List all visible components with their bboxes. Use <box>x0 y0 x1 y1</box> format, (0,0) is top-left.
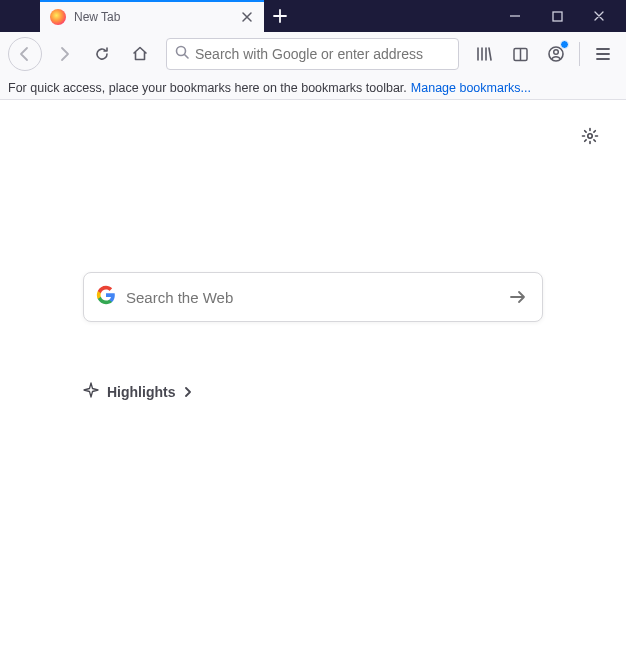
firefox-icon <box>50 9 66 25</box>
highlights-section-toggle[interactable]: Highlights <box>83 382 543 401</box>
customize-gear-button[interactable] <box>578 124 602 148</box>
nav-toolbar <box>0 32 626 76</box>
svg-rect-0 <box>553 12 562 21</box>
bookmarks-toolbar: For quick access, place your bookmarks h… <box>0 76 626 100</box>
forward-button[interactable] <box>48 38 80 70</box>
search-submit-icon[interactable] <box>506 285 530 309</box>
back-button[interactable] <box>8 37 42 71</box>
svg-point-6 <box>588 134 592 138</box>
address-input[interactable] <box>195 46 450 62</box>
google-icon <box>96 285 116 309</box>
titlebar: New Tab <box>0 0 626 32</box>
tab-title: New Tab <box>74 10 230 24</box>
maximize-button[interactable] <box>542 0 572 32</box>
window-controls <box>500 0 626 32</box>
close-window-button[interactable] <box>584 0 614 32</box>
search-icon <box>175 45 189 63</box>
sparkle-icon <box>83 382 99 401</box>
chevron-right-icon <box>183 384 193 400</box>
minimize-button[interactable] <box>500 0 530 32</box>
home-button[interactable] <box>124 38 156 70</box>
highlights-label: Highlights <box>107 384 175 400</box>
account-button[interactable] <box>541 38 571 70</box>
manage-bookmarks-link[interactable]: Manage bookmarks... <box>411 81 531 95</box>
newtab-search-box[interactable] <box>83 272 543 322</box>
app-menu-button[interactable] <box>588 38 618 70</box>
toolbar-separator <box>579 42 580 66</box>
library-button[interactable] <box>469 38 499 70</box>
url-bar[interactable] <box>166 38 459 70</box>
newtab-search-input[interactable] <box>126 289 496 306</box>
svg-point-5 <box>554 50 559 55</box>
reload-button[interactable] <box>86 38 118 70</box>
close-tab-icon[interactable] <box>238 8 256 26</box>
sidebar-button[interactable] <box>505 38 535 70</box>
new-tab-button[interactable] <box>264 0 296 32</box>
bookmarks-hint-text: For quick access, place your bookmarks h… <box>8 81 407 95</box>
tab-active[interactable]: New Tab <box>40 0 264 32</box>
newtab-content: Highlights <box>0 100 626 665</box>
